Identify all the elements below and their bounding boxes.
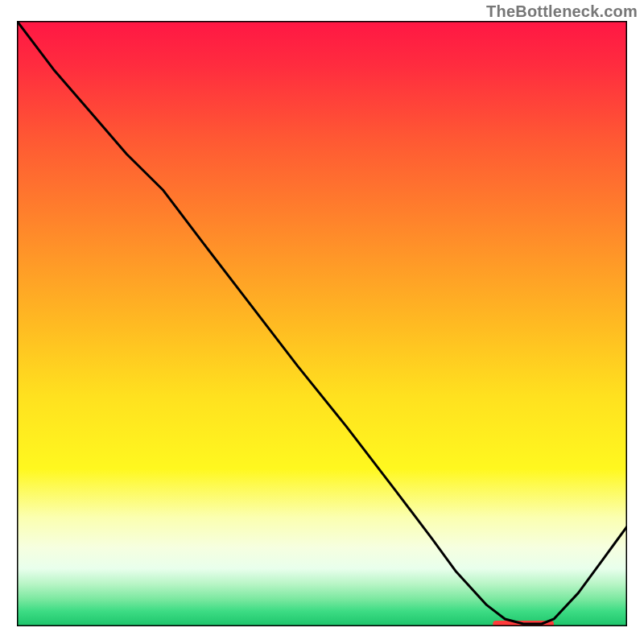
chart-svg (17, 21, 627, 626)
plot-area (17, 21, 627, 626)
watermark-text: TheBottleneck.com (486, 2, 638, 21)
gradient-background (17, 21, 627, 626)
chart-container: TheBottleneck.com (0, 0, 644, 644)
